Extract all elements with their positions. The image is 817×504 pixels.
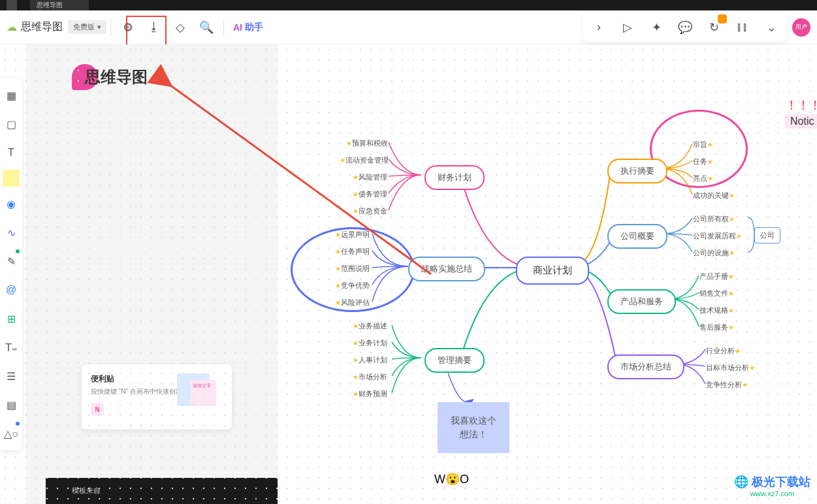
play-icon[interactable]: ▷ [616,16,639,39]
user-avatar[interactable]: 用户 [792,18,810,37]
mindmap-leaf[interactable]: ★业务描述 [353,321,387,331]
sparkle-icon[interactable]: ✦ [645,16,668,39]
search-icon[interactable]: 🔍 [195,16,218,39]
mindmap-leaf[interactable]: 宗旨★ [693,140,713,150]
mindmap-leaf[interactable]: ★人事计划 [353,355,387,365]
more-icon[interactable]: ⌄ [760,16,783,39]
document-tab[interactable]: 思维导图 [30,0,89,11]
mindmap-root-node[interactable]: 商业计划 [516,257,589,285]
mindmap-node-overview[interactable]: 公司概要 [607,224,667,249]
home-icon[interactable] [7,0,17,10]
shape-icon[interactable]: ◉ [0,189,22,218]
grid-icon[interactable]: ▤ [0,390,22,419]
mindmap-leaf[interactable]: 技术规格★ [699,306,734,315]
mindmap-leaf[interactable]: 竞争性分析★ [706,380,748,390]
mindmap-leaf[interactable]: ★风险评估 [335,298,370,307]
mindmap-leaf[interactable]: 任务★ [693,157,713,166]
emoji-reaction[interactable]: W😮O [434,472,469,486]
mention-icon[interactable]: @ [0,276,22,304]
mindmap-leaf[interactable]: 公司的设施★ [693,248,735,258]
mindmap-leaf[interactable]: 产品手册★ [699,272,734,281]
mindmap-leaf[interactable]: 亮点★ [693,174,713,183]
window-titlebar: 思维导图 [0,0,817,10]
text-icon[interactable]: T [0,138,22,167]
list-icon[interactable]: ☰ [0,362,22,390]
template-icon[interactable]: ▦ [0,81,22,110]
mindmap-leaf[interactable]: 销售文件★ [699,289,734,298]
comment-icon[interactable]: 💬 [673,16,697,39]
tutorial-arrow [137,39,451,287]
mindmap-node-exec[interactable]: 执行摘要 [607,159,667,183]
history-icon[interactable]: ↻ [702,16,726,39]
notice-sticker[interactable]: ！！！ Notic [785,97,817,129]
tag-icon[interactable]: ◇ [168,16,192,39]
plan-badge[interactable]: 免费版 ▾ [68,20,106,34]
mindmap-leaf[interactable]: ★市场分析 [353,372,387,382]
idea-sticky-note[interactable]: 我喜欢这个想法！ [438,402,509,453]
right-toolbar: › ▷ ✦ 💬 ↻ ⫿⫿ ⌄ [583,13,787,42]
chevron-right-icon[interactable]: › [587,16,611,39]
text-format-icon[interactable]: T₌ [0,333,22,362]
mindmap-leaf-company[interactable]: 公司 [754,227,780,244]
mindmap-leaf[interactable]: ★财务预测 [353,389,387,399]
mindmap-leaf[interactable]: 目标市场分析★ [706,363,755,373]
cloud-sync-icon: ☁ [7,21,17,33]
mindmap-node-market[interactable]: 市场分析总结 [607,354,684,379]
watermark: 🌐 极光下载站 www.xz7.com [734,474,810,497]
download-icon[interactable]: ⭳ [142,16,166,39]
notice-text: Notic [785,114,817,129]
mindmap-leaf[interactable]: ★业务计划 [353,338,387,348]
settings-icon[interactable]: ⚙ [116,16,140,39]
watermark-name: 🌐 极光下载站 [734,474,810,490]
sticky-note-icon[interactable] [3,170,20,187]
separator [110,20,111,35]
mindmap-leaf[interactable]: 公司发展历程★ [693,231,742,241]
mindmap-leaf[interactable]: 售后服务★ [699,323,734,332]
table-icon[interactable]: ⊞ [0,304,22,333]
tool-palette: ▦ ▢ T ◉ ∿ ✎ @ ⊞ T₌ ☰ ▤ △○ [0,78,22,450]
watermark-url: www.xz7.com [734,490,810,497]
separator [223,20,224,35]
exclaim-icon: ！！！ [785,97,817,114]
mindmap-node-manage[interactable]: 管理摘要 [425,348,485,373]
connector-icon[interactable]: ∿ [0,218,22,247]
chart-icon[interactable]: ⫿⫿ [731,16,754,39]
chevron-down-icon: ▾ [97,23,101,31]
mindmap-leaf[interactable]: 行业分析★ [706,346,741,356]
mindmap-node-product[interactable]: 产品和服务 [607,289,676,314]
ai-assistant-button[interactable]: AI 助手 [233,22,263,33]
frame-icon[interactable]: ▢ [0,110,22,138]
mindmap-leaf[interactable]: 公司所有权★ [693,214,735,224]
pen-icon[interactable]: ✎ [0,247,22,276]
mindmap-leaf[interactable]: 成功的关键★ [693,191,735,200]
document-title[interactable]: 思维导图 [21,20,63,34]
svg-line-0 [170,85,431,274]
shapes-icon[interactable]: △○ [0,419,22,448]
